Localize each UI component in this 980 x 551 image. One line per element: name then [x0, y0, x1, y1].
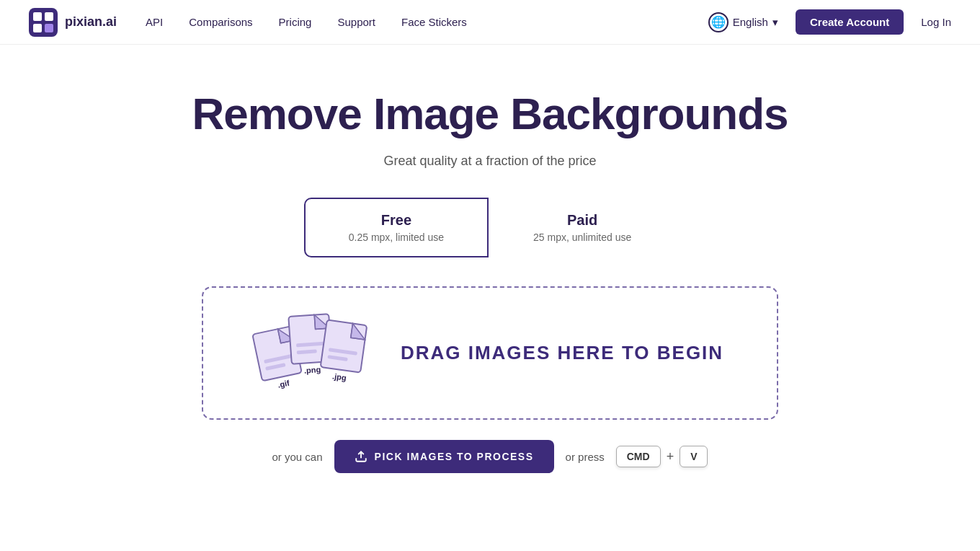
nav-link-pricing[interactable]: Pricing	[279, 16, 312, 28]
logo-link[interactable]: pixian.ai	[29, 8, 117, 37]
tab-free-desc: 0.25 mpx, limited use	[349, 232, 444, 243]
v-key: V	[680, 446, 708, 467]
jpg-ext: .jpg	[331, 371, 347, 382]
pick-images-button[interactable]: PICK IMAGES TO PROCESS	[334, 440, 554, 473]
log-in-button[interactable]: Log In	[921, 16, 951, 28]
pricing-tabs: Free 0.25 mpx, limited use Paid 25 mpx, …	[304, 198, 676, 257]
nav-right: 🌐 English ▾ Create Account Log In	[708, 9, 951, 35]
tab-free[interactable]: Free 0.25 mpx, limited use	[304, 198, 489, 257]
language-label: English	[733, 16, 768, 28]
dropzone[interactable]: .gif .png	[202, 286, 778, 420]
tab-free-label: Free	[349, 212, 444, 229]
logo-text: pixian.ai	[65, 14, 117, 30]
tab-paid[interactable]: Paid 25 mpx, unlimited use	[489, 198, 676, 257]
file-type-icons: .gif .png	[257, 307, 372, 400]
action-middle: or press	[566, 451, 605, 463]
jpg-icon: .jpg	[317, 318, 368, 384]
language-button[interactable]: 🌐 English ▾	[708, 12, 778, 32]
chevron-down-icon: ▾	[772, 16, 778, 29]
svg-rect-3	[33, 24, 42, 32]
keyboard-shortcut: CMD + V	[616, 446, 708, 467]
logo-icon	[29, 8, 58, 37]
gif-ext: .gif	[277, 378, 290, 389]
nav-link-face-stickers[interactable]: Face Stickers	[401, 16, 467, 28]
nav-link-comparisons[interactable]: Comparisons	[189, 16, 252, 28]
navbar: pixian.ai API Comparisons Pricing Suppor…	[0, 0, 980, 45]
nav-links: API Comparisons Pricing Support Face Sti…	[146, 16, 708, 28]
upload-icon	[355, 450, 368, 463]
drag-text: DRAG IMAGES HERE TO BEGIN	[401, 342, 723, 364]
pick-images-label: PICK IMAGES TO PROCESS	[375, 451, 534, 462]
svg-rect-1	[33, 12, 42, 21]
plus-sign: +	[667, 449, 674, 464]
create-account-button[interactable]: Create Account	[796, 9, 904, 35]
hero-subtitle: Great quality at a fraction of the price	[383, 154, 596, 169]
nav-link-support[interactable]: Support	[337, 16, 375, 28]
svg-rect-2	[45, 12, 53, 21]
hero-title: Remove Image Backgrounds	[192, 88, 788, 139]
svg-rect-4	[45, 24, 53, 32]
globe-icon: 🌐	[708, 12, 729, 32]
cmd-key: CMD	[616, 446, 661, 467]
action-row: or you can PICK IMAGES TO PROCESS or pre…	[272, 440, 708, 473]
svg-rect-0	[29, 8, 58, 37]
nav-link-api[interactable]: API	[146, 16, 163, 28]
main-content: Remove Image Backgrounds Great quality a…	[0, 45, 980, 473]
tab-paid-label: Paid	[533, 212, 631, 229]
tab-paid-desc: 25 mpx, unlimited use	[533, 232, 631, 243]
action-prefix: or you can	[272, 451, 323, 463]
svg-rect-17	[321, 319, 368, 372]
